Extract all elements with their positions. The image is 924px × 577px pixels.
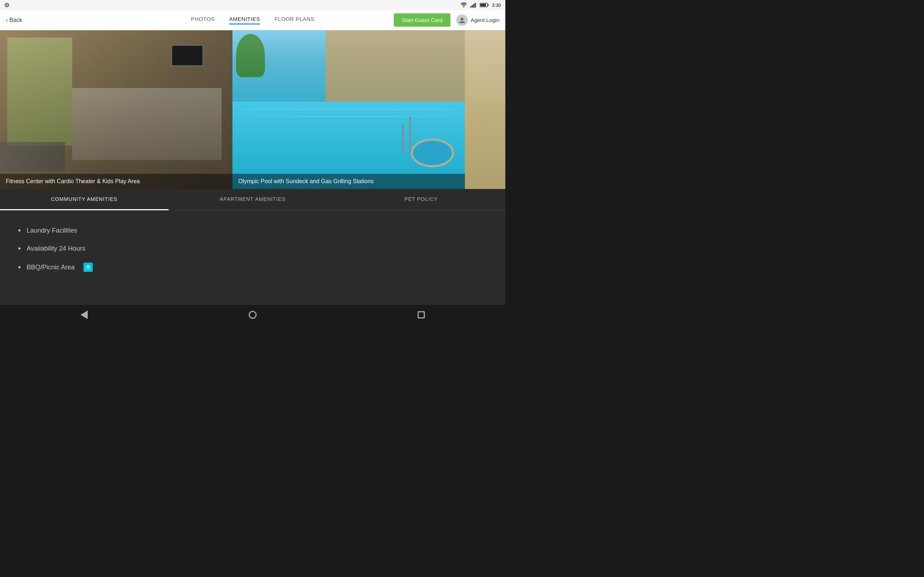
list-item-availability: Availability 24 Hours [18, 239, 487, 258]
nav-home-button[interactable] [246, 308, 260, 322]
nav-tabs: PHOTOS AMENITIES FLOOR PLANS [191, 16, 314, 24]
camera-svg [86, 265, 90, 269]
nav-back-arrow-icon [81, 311, 88, 319]
back-chevron-icon: ‹ [6, 16, 8, 24]
gallery-item-side[interactable] [465, 30, 505, 189]
nav-home-circle-icon [249, 311, 257, 319]
svg-rect-9 [480, 4, 486, 6]
back-button[interactable]: ‹ Back [6, 16, 23, 24]
tab-community-amenities[interactable]: COMMUNITY AMENITIES [0, 189, 168, 210]
user-icon [459, 16, 465, 24]
battery-icon [480, 3, 489, 8]
list-item-laundry: Laundry Facilities [18, 221, 487, 239]
agent-login[interactable]: Agent Login [456, 15, 499, 26]
tab-floor-plans[interactable]: FLOOR PLANS [274, 16, 314, 24]
svg-rect-3 [472, 5, 473, 8]
svg-rect-8 [488, 4, 489, 6]
svg-rect-11 [86, 266, 90, 269]
signal-dot-icon [4, 3, 10, 8]
svg-rect-6 [476, 3, 477, 8]
tab-amenities[interactable]: AMENITIES [229, 16, 260, 24]
nav-back-button[interactable] [77, 308, 91, 322]
gym-image [0, 30, 233, 189]
svg-rect-5 [475, 3, 476, 8]
amenity-content: Laundry Facilities Availability 24 Hours… [0, 211, 505, 288]
pool-image [233, 30, 465, 189]
list-item-laundry-text: Laundry Facilities [27, 227, 77, 234]
list-item-bbq-text: BBQ/Picnic Area [27, 264, 75, 271]
app-header: ‹ Back PHOTOS AMENITIES FLOOR PLANS Star… [0, 10, 505, 30]
status-right: 3:30 [460, 2, 501, 8]
amenity-tabs: COMMUNITY AMENITIES APARTMENT AMENITIES … [0, 189, 505, 211]
pool-caption: Olympic Pool with Sundeck and Gas Grilli… [233, 174, 465, 189]
pool-caption-text: Olympic Pool with Sundeck and Gas Grilli… [238, 178, 373, 184]
tab-pet-policy[interactable]: PET POLICY [337, 189, 505, 210]
start-guest-card-button[interactable]: Start Guest Card [394, 13, 451, 27]
list-item-availability-text: Availability 24 Hours [27, 245, 86, 253]
svg-point-12 [87, 267, 89, 269]
list-item-bbq: BBQ/Picnic Area [18, 258, 487, 277]
gallery-item-fitness[interactable]: Fitness Center with Cardio Theater & Kid… [0, 30, 233, 189]
tab-apartment-amenities[interactable]: APARTMENT AMENITIES [168, 189, 337, 210]
svg-rect-4 [473, 4, 474, 8]
photo-gallery: Fitness Center with Cardio Theater & Kid… [0, 30, 505, 189]
agent-login-label: Agent Login [471, 17, 499, 23]
nav-stop-square-icon [418, 311, 425, 318]
svg-rect-2 [470, 6, 472, 8]
back-label: Back [10, 17, 23, 23]
time-display: 3:30 [492, 3, 501, 8]
tab-photos[interactable]: PHOTOS [191, 16, 215, 24]
building-backdrop [326, 30, 465, 110]
agent-avatar [456, 15, 468, 26]
camera-icon[interactable] [83, 263, 93, 272]
side-image [465, 30, 505, 189]
status-left [4, 3, 10, 8]
status-bar: 3:30 [0, 0, 505, 10]
gallery-item-pool[interactable]: Olympic Pool with Sundeck and Gas Grilli… [233, 30, 465, 189]
svg-point-10 [460, 18, 464, 21]
wifi-icon [460, 2, 467, 8]
signal-bars-icon [470, 3, 477, 8]
community-amenities-list: Laundry Facilities Availability 24 Hours… [18, 221, 487, 277]
bottom-nav [0, 305, 505, 324]
fitness-caption-text: Fitness Center with Cardio Theater & Kid… [6, 178, 140, 184]
fitness-caption: Fitness Center with Cardio Theater & Kid… [0, 174, 233, 189]
svg-point-1 [6, 4, 8, 6]
nav-stop-button[interactable] [414, 308, 428, 322]
header-right: Start Guest Card Agent Login [394, 13, 499, 27]
